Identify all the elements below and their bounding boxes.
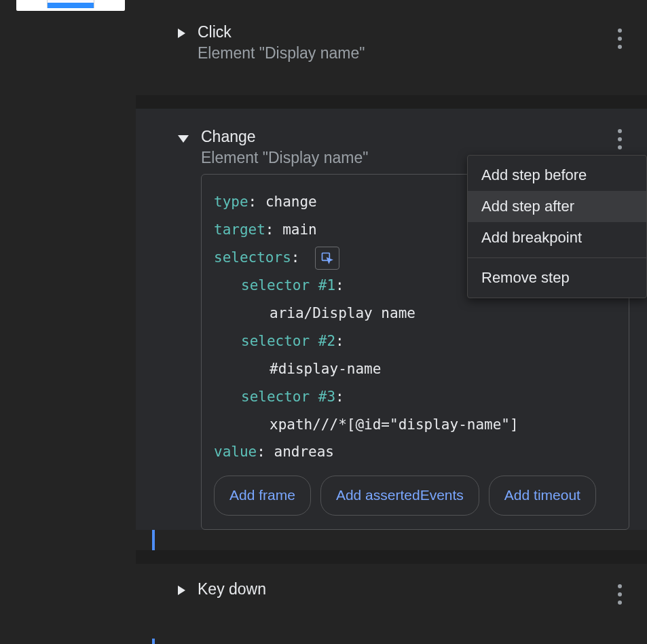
menu-add-step-before[interactable]: Add step before — [468, 160, 646, 191]
selector-label: selector #3 — [241, 389, 335, 405]
prop-key: selectors — [214, 249, 291, 266]
step-click: Click Element "Display name" — [136, 0, 647, 95]
expand-icon[interactable] — [178, 29, 185, 38]
element-picker-button[interactable] — [315, 247, 339, 270]
step-subtitle: Element "Display name" — [201, 149, 368, 167]
step-more-button[interactable] — [612, 29, 628, 49]
menu-add-step-after[interactable]: Add step after — [468, 191, 646, 222]
selector-value[interactable]: xpath///*[@id="display-name"] — [270, 416, 519, 433]
prop-value[interactable]: andreas — [274, 444, 335, 460]
step-keydown: Key down — [136, 564, 647, 639]
selector-value[interactable]: aria/Display name — [270, 305, 415, 321]
step-title: Change — [201, 128, 368, 146]
add-assertedevents-button[interactable]: Add assertedEvents — [320, 476, 479, 516]
divider — [136, 550, 647, 564]
screenshot-sidebar — [0, 0, 136, 644]
step-subtitle: Element "Display name" — [198, 44, 365, 62]
divider — [136, 95, 647, 109]
selector-label: selector #1 — [241, 277, 335, 293]
prop-value[interactable]: main — [282, 221, 317, 238]
add-timeout-button[interactable]: Add timeout — [489, 476, 596, 516]
prop-key: type — [214, 194, 248, 210]
screenshot-thumbnail[interactable] — [16, 0, 125, 11]
step-header[interactable]: Click Element "Display name" — [136, 0, 647, 80]
menu-remove-step[interactable]: Remove step — [468, 262, 646, 293]
prop-key: target — [214, 221, 265, 238]
step-header[interactable]: Key down — [136, 564, 647, 616]
prop-value[interactable]: change — [265, 194, 317, 210]
prop-key: value — [214, 444, 257, 460]
step-more-button[interactable] — [612, 129, 628, 149]
steps-panel: Click Element "Display name" Change Elem… — [136, 0, 647, 644]
expand-icon[interactable] — [178, 586, 185, 595]
step-context-menu: Add step before Add step after Add break… — [467, 155, 647, 298]
step-more-button[interactable] — [612, 584, 628, 605]
collapse-icon[interactable] — [178, 135, 189, 143]
selector-label: selector #2 — [241, 333, 335, 349]
menu-divider — [468, 257, 646, 258]
selector-value[interactable]: #display-name — [270, 361, 381, 377]
step-title: Click — [198, 23, 365, 41]
add-frame-button[interactable]: Add frame — [214, 476, 311, 516]
menu-add-breakpoint[interactable]: Add breakpoint — [468, 222, 646, 253]
step-title: Key down — [198, 580, 266, 598]
